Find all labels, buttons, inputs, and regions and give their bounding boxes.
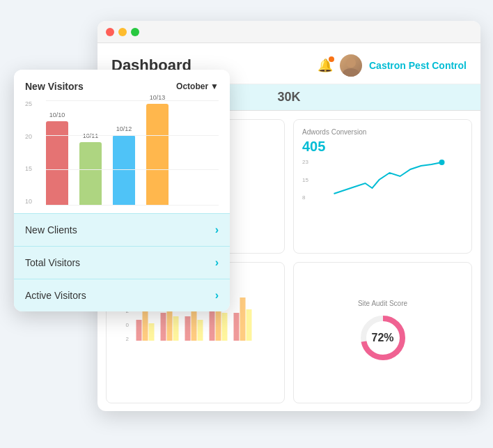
bar-chart-title: New Visitors [25, 81, 84, 92]
audit-score: 72% [371, 332, 393, 344]
audit-donut: 72% [355, 310, 411, 366]
svg-rect-24 [240, 298, 246, 341]
svg-point-0 [346, 58, 356, 68]
bar-label-4: 10/13 [150, 94, 166, 101]
month-label: October [176, 82, 208, 91]
menu-item-active-visitors[interactable]: Active Visitors › [14, 279, 230, 311]
svg-point-1 [343, 68, 359, 77]
svg-rect-17 [185, 316, 191, 341]
svg-rect-16 [173, 316, 179, 341]
audit-title: Site Audit Score [358, 300, 407, 307]
menu-item-total-visitors[interactable]: Total Visitors › [14, 246, 230, 279]
month-selector[interactable]: October ▼ [176, 82, 219, 91]
svg-text:0: 0 [126, 322, 130, 328]
svg-point-6 [439, 160, 445, 165]
notification-dot [329, 56, 334, 62]
bar-label-3: 10/12 [116, 125, 132, 132]
bar-label-1: 10/10 [49, 111, 65, 118]
svg-rect-25 [246, 309, 252, 341]
site-audit-widget: Site Audit Score 72% [293, 262, 472, 403]
y-10: 10 [25, 198, 32, 205]
bar-label-2: 10/11 [83, 132, 99, 139]
notification-bell[interactable]: 🔔 [318, 58, 333, 73]
bar-3 [113, 135, 135, 205]
y-axis: 25 20 15 10 [25, 100, 32, 205]
svg-rect-19 [198, 320, 203, 341]
y-axis-labels: 23 15 8 [302, 159, 308, 201]
avatar [340, 54, 362, 77]
y-25: 25 [25, 100, 32, 107]
svg-rect-14 [161, 313, 166, 341]
bar-4 [146, 104, 169, 205]
chevron-icon-1: › [215, 224, 219, 236]
bar-chart-area: 25 20 15 10 10/10 10/11 [25, 100, 219, 205]
adwords-widget: Adwords Conversion 405 23 15 8 [293, 119, 472, 254]
menu-item-label-1: New Clients [25, 224, 77, 235]
grid-line-4 [46, 205, 219, 206]
menu-items: New Clients › Total Visitors › Active Vi… [14, 213, 230, 311]
avatar-image [340, 54, 362, 77]
bar-2 [79, 142, 102, 205]
dot-yellow[interactable] [118, 28, 127, 36]
adwords-value: 405 [302, 139, 463, 155]
bar-group-1: 10/10 [46, 111, 68, 205]
titlebar [97, 21, 480, 43]
svg-rect-11 [136, 320, 142, 341]
bar-group-3: 10/12 [113, 125, 135, 205]
svg-text:2: 2 [126, 336, 130, 342]
bar-group-4: 10/13 [146, 94, 169, 205]
bar-group-2: 10/11 [79, 132, 102, 205]
svg-rect-22 [222, 313, 228, 341]
header-right: 🔔 Castron Pest Control [318, 54, 467, 77]
bar-chart-section: New Visitors October ▼ 25 20 15 10 [14, 70, 230, 213]
menu-item-label-3: Active Visitors [25, 290, 86, 301]
dropdown-arrow-icon: ▼ [210, 82, 219, 91]
grid-line-1 [46, 100, 219, 101]
line-chart: 23 15 8 [302, 159, 463, 201]
chevron-icon-2: › [215, 256, 219, 269]
y-label-top: 23 [302, 159, 308, 165]
bar-1 [46, 121, 68, 205]
bar-chart-header: New Visitors October ▼ [25, 81, 219, 92]
menu-item-new-clients[interactable]: New Clients › [14, 213, 230, 246]
y-label-mid: 15 [302, 177, 308, 183]
adwords-title: Adwords Conversion [302, 128, 463, 136]
y-15: 15 [25, 165, 32, 172]
svg-rect-20 [210, 309, 215, 341]
svg-rect-13 [149, 323, 155, 341]
chevron-icon-3: › [215, 289, 219, 302]
dot-green[interactable] [131, 28, 139, 36]
menu-item-label-2: Total Visitors [25, 257, 80, 268]
y-label-bot: 8 [302, 194, 308, 201]
dot-red[interactable] [106, 28, 114, 36]
y-20: 20 [25, 133, 32, 140]
company-name: Castron Pest Control [369, 60, 467, 71]
side-panel: New Visitors October ▼ 25 20 15 10 [14, 70, 230, 311]
svg-rect-23 [234, 313, 240, 341]
